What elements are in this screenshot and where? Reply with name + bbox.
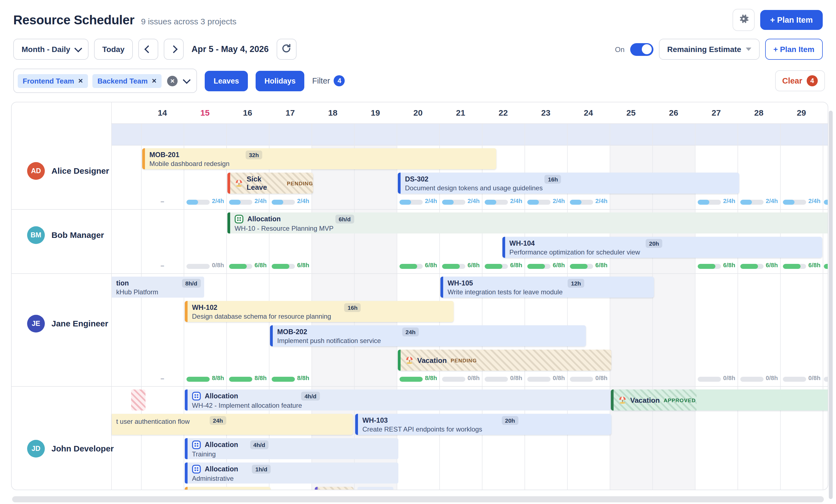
capacity-pill <box>824 377 828 382</box>
today-button[interactable]: Today <box>94 39 133 60</box>
bar-summary: WH-42 - Implement allocation feature <box>188 401 611 409</box>
capacity-label: 2/4h <box>595 197 608 204</box>
capacity-pill <box>442 264 465 269</box>
estimate-toggle[interactable] <box>630 43 653 56</box>
header-divider <box>111 123 828 124</box>
refresh-button[interactable] <box>277 39 296 60</box>
estimate-badge: 4h/d <box>301 392 320 401</box>
capacity-label: 0/8h <box>766 374 778 381</box>
bar-alloc-blue[interactable]: tionkHub Platform8h/d <box>112 277 204 298</box>
bar-summary: kHub Platform <box>112 287 204 296</box>
bar-wh-102[interactable]: WH-102Design database schema for resourc… <box>185 301 454 322</box>
resource-name: Alice Designer <box>52 162 109 180</box>
capacity-pill <box>229 200 252 205</box>
bar-summary: Performance optimization for scheduler v… <box>505 247 822 256</box>
bar-wh-104[interactable]: WH-104Performance optimization for sched… <box>502 237 822 258</box>
bar-summary: WH-10 - Resource Planning MVP <box>230 224 828 232</box>
prev-button[interactable] <box>138 39 158 60</box>
capacity-pill <box>527 264 551 269</box>
capacity-pill <box>187 264 210 269</box>
settings-button[interactable] <box>733 9 755 31</box>
capacity-label: 2/4h <box>212 197 224 204</box>
leave-content: Sick LeavePENDING <box>230 173 313 194</box>
bar-key <box>112 414 353 416</box>
day-header: 26 <box>652 102 695 123</box>
capacity-pill <box>527 377 551 382</box>
horizontal-scrollbar[interactable] <box>12 496 824 502</box>
next-button[interactable] <box>164 39 184 60</box>
holidays-button[interactable]: Holidays <box>255 71 305 91</box>
estimate-dropdown[interactable]: Remaining Estimate <box>659 39 760 60</box>
plan-item-button[interactable]: + Plan Item <box>760 10 823 30</box>
bar-mob-201[interactable]: MOB-201Mobile dashboard redesign32h <box>142 148 496 169</box>
filter-button[interactable]: Filter4 <box>312 75 345 86</box>
estimate-badge: 16h <box>344 303 361 312</box>
estimate-badge: 16h <box>545 175 561 184</box>
estimate-badge: 12h <box>568 279 584 288</box>
bar-allocation[interactable]: AllocationWH-10 - Resource Planning MVP6… <box>227 212 828 233</box>
allocation-icon <box>192 392 201 401</box>
chevron-left-icon <box>145 45 152 53</box>
clear-selection-icon[interactable]: ✕ <box>167 76 177 86</box>
remove-chip-icon[interactable]: ✕ <box>152 77 156 84</box>
allocation-header: Allocation <box>188 463 398 473</box>
bar-title: Allocation <box>205 465 238 473</box>
bar-frag-lav[interactable] <box>357 487 394 490</box>
summary-band-row <box>112 124 828 146</box>
bar-frag-pink[interactable] <box>131 389 146 410</box>
capacity-label: 0/8h <box>468 374 480 381</box>
bar-key: WH-105 <box>443 277 654 287</box>
resource-name: Jane Engineer <box>52 315 108 332</box>
capacity-pill <box>272 200 295 205</box>
resource-name: John Developer <box>52 440 114 458</box>
gear-icon <box>738 13 750 27</box>
bar-ds-302[interactable]: DS-302Document design tokens and usage g… <box>398 173 739 194</box>
bar-mob-202[interactable]: MOB-202Implement push notification servi… <box>270 325 586 346</box>
bar-vacation[interactable]: VacationAPPROVED <box>611 389 828 410</box>
day-header: 16 <box>226 102 269 123</box>
bar-title: Allocation <box>205 441 238 449</box>
day-header: 24 <box>567 102 610 123</box>
capacity-pill <box>824 264 828 269</box>
capacity-pill <box>442 200 465 205</box>
vertical-scrollbar[interactable] <box>829 111 833 499</box>
bar-wh-103[interactable]: WH-103Create REST API endpoints for work… <box>355 414 611 435</box>
bar-allocation[interactable]: AllocationAdministrative1h/d <box>185 463 398 484</box>
bar-task-yellow[interactable]: t user authentication flow24h <box>112 414 353 435</box>
estimate-badge: 24h <box>402 328 419 336</box>
bar-persona[interactable]: Persona <box>315 487 354 490</box>
chevron-down-icon <box>183 76 191 84</box>
weekend-column <box>610 146 652 490</box>
capacity-label: 6/8h <box>553 262 565 268</box>
plan-item-button-secondary[interactable]: + Plan Item <box>765 39 823 60</box>
team-chip-label: Frontend Team <box>23 77 74 85</box>
bar-sick-leave[interactable]: Sick LeavePENDING <box>227 173 313 194</box>
toggle-knob <box>642 44 652 54</box>
capacity-label: 6/8h <box>468 262 480 268</box>
bar-mob-203[interactable]: MOB-203 <box>185 487 270 490</box>
capacity-pill <box>570 377 593 382</box>
team-filter-select[interactable]: Frontend Team✕Backend Team✕ ✕ <box>13 69 197 93</box>
bar-allocation[interactable]: AllocationTraining4h/d <box>185 438 398 459</box>
bar-allocation[interactable]: AllocationWH-42 - Implement allocation f… <box>185 389 611 410</box>
team-chip[interactable]: Backend Team✕ <box>92 74 162 88</box>
capacity-label: 8/8h <box>425 374 437 381</box>
toggle-label: On <box>615 45 625 53</box>
allocation-icon <box>192 465 201 473</box>
bar-summary: t user authentication flow <box>112 416 353 425</box>
capacity-pill <box>272 377 295 382</box>
bar-wh-105[interactable]: WH-105Write integration tests for leave … <box>440 277 654 298</box>
team-chip[interactable]: Frontend Team✕ <box>18 74 88 88</box>
clear-filters-button[interactable]: Clear4 <box>775 70 825 91</box>
leave-title: Vacation <box>630 396 660 404</box>
capacity-label: 8/8h <box>254 374 267 381</box>
issues-summary: 9 issues across 3 projects <box>141 16 236 26</box>
capacity-label: 6/8h <box>510 262 522 268</box>
bar-vacation[interactable]: VacationPENDING <box>398 350 611 371</box>
bar-summary: Document design tokens and usage guideli… <box>401 183 739 192</box>
remove-chip-icon[interactable]: ✕ <box>78 77 83 84</box>
leaves-button[interactable]: Leaves <box>205 71 248 91</box>
section-divider <box>12 209 828 210</box>
capacity-pill <box>783 377 806 382</box>
view-mode-dropdown[interactable]: Month - Daily <box>13 39 89 60</box>
